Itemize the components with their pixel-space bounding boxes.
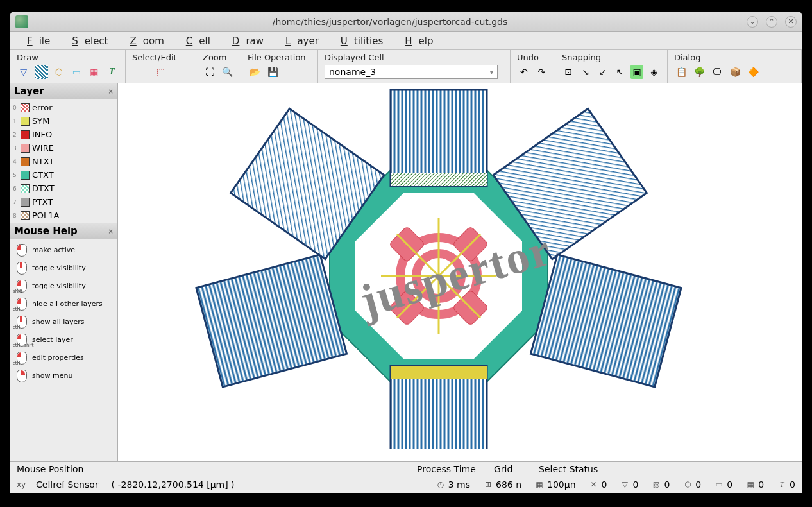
dialog-view-icon[interactable]: 🖵 bbox=[710, 65, 724, 79]
path-tool-icon[interactable]: ▽ bbox=[17, 65, 31, 79]
mouse-help-item: ctrlshow all layers bbox=[10, 313, 117, 331]
menubar: File Select Zoom Cell Draw Layer Utiliti… bbox=[10, 32, 802, 50]
mouse-help-item: ctrledit properties bbox=[10, 348, 117, 366]
layer-swatch bbox=[21, 157, 30, 166]
open-file-icon[interactable]: 📂 bbox=[248, 65, 262, 79]
draw-group-label: Draw bbox=[14, 51, 121, 64]
mouse-help-close-icon[interactable]: × bbox=[108, 228, 114, 235]
menu-layer[interactable]: Layer bbox=[273, 33, 325, 49]
minimize-button[interactable]: ⌄ bbox=[747, 16, 758, 28]
layer-item-info[interactable]: 2INFO bbox=[10, 128, 117, 141]
svg-rect-22 bbox=[391, 173, 487, 186]
layer-name: DTXT bbox=[32, 184, 55, 193]
svg-rect-24 bbox=[391, 366, 487, 379]
layer-panel-header: Layer × bbox=[10, 83, 117, 99]
dialog-layers-icon[interactable]: 📋 bbox=[674, 65, 688, 79]
undo-group-label: Undo bbox=[514, 51, 551, 64]
window-buttons: ⌄ ⌃ ✕ bbox=[747, 16, 797, 28]
layer-name: CTXT bbox=[32, 170, 54, 180]
layer-item-error[interactable]: 0error bbox=[10, 101, 117, 114]
layer-item-pol1a[interactable]: 8POL1A bbox=[10, 209, 117, 222]
sel-arrays: 0 bbox=[758, 479, 764, 490]
close-button[interactable]: ✕ bbox=[785, 16, 797, 28]
undo-icon[interactable]: ↶ bbox=[517, 65, 531, 79]
mouse-icon: ctrl+shift bbox=[13, 332, 30, 347]
svg-rect-27 bbox=[196, 255, 347, 387]
mouse-help-label: show all layers bbox=[32, 318, 85, 326]
cell-tool-icon[interactable]: ▭ bbox=[70, 65, 84, 79]
select-tool-icon[interactable]: ⬚ bbox=[154, 65, 168, 79]
menu-draw[interactable]: Draw bbox=[219, 33, 270, 49]
mouse-help-label: edit properties bbox=[32, 354, 84, 362]
grid-icon1: ⊞ bbox=[483, 479, 493, 490]
mouse-icon: ctrl bbox=[13, 350, 30, 365]
mouse-help-label: show menu bbox=[32, 372, 72, 380]
layer-swatch bbox=[21, 171, 30, 180]
statusbar: Mouse Position Process Time Grid Select … bbox=[10, 461, 802, 493]
sel-points: 0 bbox=[602, 479, 607, 490]
layer-name: NTXT bbox=[32, 157, 54, 166]
layer-item-sym[interactable]: 1SYM bbox=[10, 114, 117, 128]
mouse-icon: ctrl bbox=[13, 314, 30, 329]
sel-boxes: 0 bbox=[664, 479, 670, 490]
mouse-help-list: make activetoggle visibilityshifttoggle … bbox=[10, 239, 117, 461]
layer-swatch bbox=[21, 211, 30, 220]
layer-item-ptxt[interactable]: 7PTXT bbox=[10, 195, 117, 209]
sel-box-icon: ▧ bbox=[651, 479, 661, 490]
toolbar: Draw ▽ ⬡ ▭ ▦ T Select/Edit ⬚ Zoom ⛶ 🔍 bbox=[10, 50, 802, 83]
layer-swatch bbox=[21, 130, 30, 139]
dialog-group-label: Dialog bbox=[672, 51, 797, 64]
layer-index: 7 bbox=[13, 199, 18, 205]
snap-all-icon[interactable]: ◈ bbox=[647, 65, 661, 79]
sel-cells: 0 bbox=[727, 479, 732, 490]
left-panel: Layer × 0error1SYM2INFO3WIRE4NTXT5CTXT6D… bbox=[10, 83, 118, 461]
mouse-icon bbox=[13, 243, 30, 257]
dialog-tree-icon[interactable]: 🌳 bbox=[692, 65, 706, 79]
box-tool-icon[interactable] bbox=[35, 65, 49, 79]
mouse-help-item: toggle visibility bbox=[10, 259, 117, 277]
mouse-icon bbox=[13, 368, 30, 382]
select-group-label: Select/Edit bbox=[130, 51, 192, 64]
snap-box-icon[interactable]: ▣ bbox=[630, 65, 644, 79]
select-status-label: Select Status bbox=[532, 464, 802, 474]
snap-center-icon[interactable]: ↖ bbox=[613, 65, 627, 79]
array-tool-icon[interactable]: ▦ bbox=[87, 65, 101, 79]
text-tool-icon[interactable]: T bbox=[105, 65, 119, 79]
layer-name: POL1A bbox=[32, 211, 59, 220]
menu-help[interactable]: Help bbox=[392, 33, 439, 49]
menu-cell[interactable]: Cell bbox=[173, 33, 217, 49]
layer-index: 6 bbox=[13, 185, 18, 192]
mouse-icon: ctrl bbox=[13, 296, 30, 311]
layer-swatch bbox=[21, 117, 30, 126]
snap-point-icon[interactable]: ↘ bbox=[579, 65, 593, 79]
zoom-in-icon[interactable]: 🔍 bbox=[221, 65, 235, 79]
snap-edge-icon[interactable]: ↙ bbox=[596, 65, 609, 79]
sel-array-icon: ▦ bbox=[745, 479, 756, 490]
zoom-fit-icon[interactable]: ⛶ bbox=[203, 65, 217, 79]
maximize-button[interactable]: ⌃ bbox=[766, 16, 777, 28]
layer-swatch bbox=[21, 198, 30, 207]
layer-item-ntxt[interactable]: 4NTXT bbox=[10, 155, 117, 168]
window-title: /home/thies/juspertor/vorlagen/juspertor… bbox=[33, 17, 747, 27]
menu-zoom[interactable]: Zoom bbox=[117, 33, 171, 49]
cell-selector[interactable]: noname_3 ▾ bbox=[325, 65, 498, 79]
layer-panel-close-icon[interactable]: × bbox=[108, 88, 114, 95]
polygon-tool-icon[interactable]: ⬡ bbox=[52, 65, 66, 79]
redo-icon[interactable]: ↷ bbox=[535, 65, 549, 79]
design-canvas[interactable]: juspertor bbox=[118, 83, 802, 461]
mouse-help-label: hide all other layers bbox=[32, 300, 103, 308]
save-file-icon[interactable]: 💾 bbox=[266, 65, 280, 79]
layer-item-ctxt[interactable]: 5CTXT bbox=[10, 168, 117, 182]
menu-select[interactable]: Select bbox=[59, 33, 114, 49]
dialog-drc-icon[interactable]: 🔶 bbox=[746, 65, 760, 79]
mouse-help-item: ctrl+shiftselect layer bbox=[10, 331, 117, 348]
grid-icon2: ▦ bbox=[534, 479, 545, 490]
menu-utilities[interactable]: Utilities bbox=[328, 33, 389, 49]
main-area: Layer × 0error1SYM2INFO3WIRE4NTXT5CTXT6D… bbox=[10, 83, 802, 461]
snap-grid-icon[interactable]: ⊡ bbox=[562, 65, 575, 79]
dialog-3d-icon[interactable]: 📦 bbox=[728, 65, 742, 79]
layer-index: 8 bbox=[13, 212, 18, 219]
layer-item-dtxt[interactable]: 6DTXT bbox=[10, 182, 117, 195]
layer-item-wire[interactable]: 3WIRE bbox=[10, 141, 117, 155]
menu-file[interactable]: File bbox=[14, 33, 56, 49]
